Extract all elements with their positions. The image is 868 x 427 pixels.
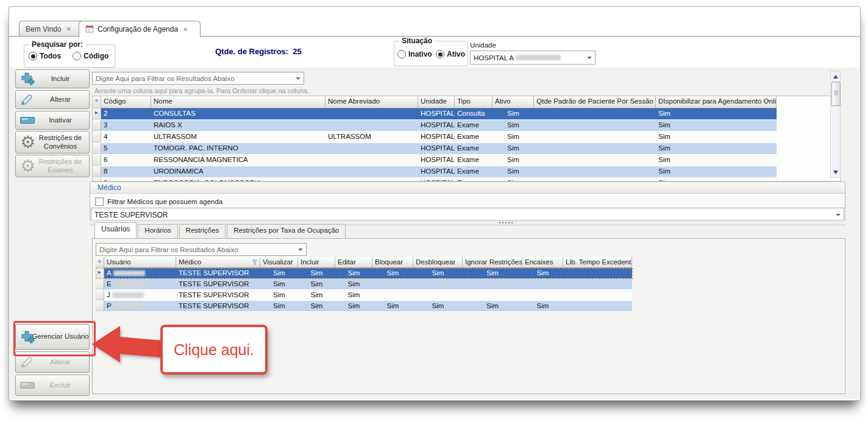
table-cell: Sim	[493, 108, 534, 119]
table-cell: Sim	[413, 301, 463, 311]
medico-panel-title: Médico	[90, 182, 845, 194]
table-cell: Sim	[260, 301, 298, 311]
radio-button[interactable]	[436, 50, 444, 58]
column-header-nome[interactable]: Nome	[151, 96, 326, 108]
row-indicator-cell	[93, 143, 101, 154]
gear-icon: ⚙	[20, 135, 35, 150]
table-row[interactable]: 5TOMOGR. PAC. INTERNOHOSPITALExameSimSim	[93, 143, 840, 155]
radio-label: Inativo	[408, 50, 432, 58]
filter-medicos-checkbox-row[interactable]: Filtrar Médicos que possuem agenda	[95, 197, 222, 206]
table-cell: 8	[101, 166, 151, 177]
column-header-qtde-padr-o-de-paciente-por-sess-o[interactable]: Qtde Padrão de Paciente Por Sessão	[534, 96, 656, 108]
table-cell	[534, 120, 656, 131]
column-header-m-dico[interactable]: Médico	[176, 257, 260, 268]
grid2-filter-combobox[interactable]: Digite Aqui para Filtrar os Resultados A…	[96, 243, 307, 256]
table-cell: ULTRASSOM	[326, 132, 418, 143]
table-row[interactable]: PTESTE SUPERVISORSimSimSimSimSimSimSim	[96, 301, 633, 312]
table-cell	[522, 279, 563, 289]
table-row[interactable]: 3RAIOS XHOSPITALExameSimSim	[93, 120, 840, 132]
radio-label: Código	[84, 52, 108, 60]
table-cell: Sim	[372, 301, 413, 311]
table-cell: Sim	[335, 301, 372, 311]
close-icon[interactable]: ✕	[66, 26, 71, 32]
close-icon[interactable]: ✕	[183, 26, 188, 33]
column-header-c-digo[interactable]: Código	[101, 96, 151, 108]
tab-usu-rios[interactable]: Usuários	[94, 222, 137, 238]
table-cell: Sim	[656, 143, 777, 154]
table-row[interactable]: JTESTE SUPERVISORSimSimSim	[96, 290, 633, 301]
column-header-ativo[interactable]: Ativo	[493, 96, 534, 108]
alterar-button[interactable]: Alterar	[15, 90, 90, 109]
unidade-value: HOSPITAL A	[474, 54, 514, 62]
filter-funnel-icon[interactable]	[252, 259, 258, 267]
column-header-incluir[interactable]: Incluir	[298, 257, 335, 268]
excluir-button[interactable]: Excluir	[15, 375, 90, 396]
table-cell: Sim	[493, 143, 534, 154]
table-cell: HOSPITAL	[418, 120, 455, 131]
column-header-visualizar[interactable]: Visualizar	[260, 257, 298, 268]
table-cell	[326, 120, 418, 131]
column-header-editar[interactable]: Editar	[335, 257, 372, 268]
column-header-disponibilizar-para-agendamento-online[interactable]: DIsponibilizar para Agendamento Online	[656, 96, 777, 108]
table-cell	[534, 166, 656, 177]
table-cell: Sim	[463, 301, 522, 311]
table-row[interactable]: 8URODINAMICAHOSPITALExameSimSim	[93, 166, 840, 178]
table-cell	[563, 268, 632, 278]
table-cell: 4	[101, 132, 151, 143]
tab-restri-es-por-taxa-de-ocupa-o[interactable]: Restrições por Taxa de Ocupação	[227, 224, 346, 238]
table-cell	[413, 279, 463, 289]
table-row[interactable]: ▶2CONSULTASHOSPITALConsultaSimSim	[93, 108, 840, 120]
restri-es-de-exames-button[interactable]: ⚙Restrições de Exames	[15, 155, 90, 177]
row-indicator-cell	[96, 301, 104, 311]
table-row[interactable]: 6RESSONANCIA MAGNETICAHOSPITALExameSimSi…	[93, 155, 840, 166]
checkbox[interactable]	[95, 197, 104, 206]
tab-hor-rios[interactable]: Horários	[138, 224, 177, 238]
table-row[interactable]: ETESTE SUPERVISORSimSimSim	[96, 279, 633, 290]
inativar-button[interactable]: Inativar	[15, 111, 90, 130]
tab-configuracao-agenda[interactable]: Configuração de Agenda ✕	[79, 21, 201, 37]
restri-es-de-conv-nios-button[interactable]: ⚙Restrições de Convênios	[15, 131, 90, 154]
radio-button[interactable]	[29, 52, 37, 60]
table-cell: TESTE SUPERVISOR	[176, 268, 260, 278]
column-header-desbloquear[interactable]: Desbloquear	[413, 257, 463, 268]
vertical-scrollbar[interactable]	[830, 71, 841, 178]
column-header-nome-abreviado[interactable]: Nome Abreviado	[326, 96, 418, 108]
table-cell: TESTE SUPERVISOR	[176, 301, 260, 311]
radio-codigo[interactable]: Código	[73, 52, 108, 60]
table-cell: Sim	[335, 290, 372, 300]
radio-button[interactable]	[73, 52, 81, 60]
scroll-up-icon[interactable]	[831, 72, 840, 81]
grid-corner-cell: ✳	[96, 257, 104, 268]
column-header-lib-tempo-excedente[interactable]: Lib. Tempo Excedente	[563, 257, 632, 268]
scroll-down-icon[interactable]	[831, 168, 840, 177]
table-row[interactable]: ▶ATESTE SUPERVISORSimSimSimSimSimSimSim	[96, 268, 633, 279]
filter-placeholder: Digite Aqui para Filtrar os Resultados A…	[99, 246, 238, 253]
usuarios-grid: ✳UsuárioMédicoVisualizarIncluirEditarBlo…	[96, 257, 633, 313]
column-header-bloquear[interactable]: Bloquear	[372, 257, 413, 268]
scrollbar-thumb[interactable]	[831, 82, 841, 106]
row-indicator-cell	[96, 290, 104, 300]
column-header-tipo[interactable]: Tipo	[455, 96, 493, 108]
table-cell	[534, 132, 656, 143]
column-header-ignorar-restri-es[interactable]: Ignorar Restrições	[463, 257, 522, 268]
grid1-filter-combobox[interactable]: Digite Aqui para Filtrar os Resultados A…	[92, 72, 304, 85]
table-cell: Sim	[335, 279, 372, 289]
table-cell: Sim	[298, 279, 335, 289]
situacao-title: Situação	[399, 37, 435, 45]
column-header-encaixes[interactable]: Encaixes	[522, 257, 563, 268]
table-cell	[372, 279, 413, 289]
table-row[interactable]: 4ULTRASSOMULTRASSOMHOSPITALExameSimSim	[93, 132, 840, 143]
column-header-usu-rio[interactable]: Usuário	[104, 257, 176, 268]
radio-ativo[interactable]: Ativo	[436, 50, 465, 58]
table-cell	[534, 108, 656, 119]
unidade-combobox[interactable]: HOSPITAL A	[470, 51, 596, 65]
table-cell	[463, 290, 522, 300]
radio-todos[interactable]: Todos	[29, 52, 61, 60]
radio-inativo[interactable]: Inativo	[397, 50, 432, 58]
radio-button[interactable]	[397, 50, 406, 58]
column-header-unidade[interactable]: Unidade	[418, 96, 455, 108]
table-cell	[326, 108, 418, 119]
tab-restri-es[interactable]: Restrições	[179, 224, 226, 238]
incluir-button[interactable]: Incluir	[15, 69, 90, 88]
table-cell: ULTRASSOM	[151, 132, 326, 143]
